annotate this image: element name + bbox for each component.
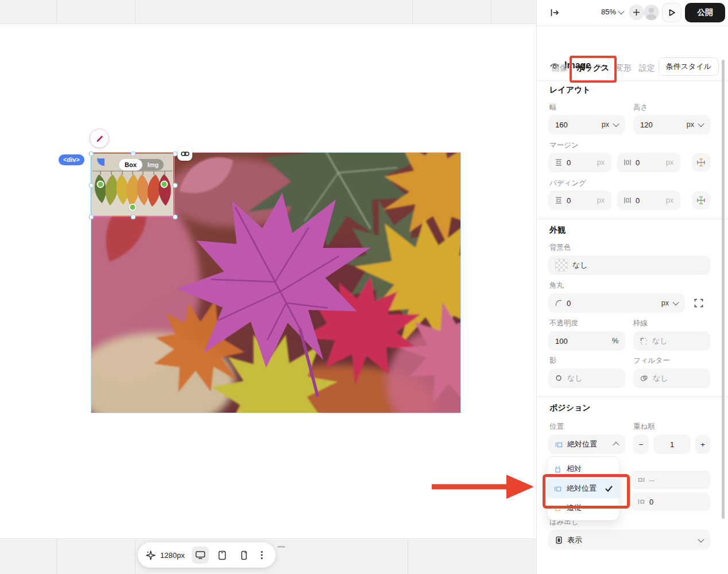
zindex-decrement-button[interactable]: − — [633, 435, 649, 454]
dropdown-item-absolute[interactable]: 絶対位置 — [548, 479, 619, 498]
chevron-down-icon — [618, 7, 624, 14]
zindex-value[interactable]: 1 — [653, 435, 691, 454]
layout-heading: レイアウト — [549, 85, 591, 95]
page-resize-handle[interactable] — [277, 546, 285, 548]
workspace-strip-top — [0, 0, 536, 24]
add-button[interactable] — [629, 5, 644, 20]
panel-topbar: 85% 公開 — [537, 0, 728, 26]
height-input[interactable]: 120 px — [633, 115, 710, 134]
border-style-icon — [640, 338, 648, 345]
radius-label: 角丸 — [549, 281, 564, 290]
margin-label: マージン — [549, 141, 579, 150]
radius-input[interactable]: 0 px — [548, 293, 685, 313]
absolute-position-icon — [554, 485, 562, 492]
radius-arc-icon — [555, 300, 562, 307]
resize-handle-s[interactable] — [131, 215, 136, 220]
radius-corners-button[interactable] — [692, 296, 706, 310]
edit-pencil-button[interactable] — [90, 129, 109, 148]
resize-handle-w[interactable] — [89, 183, 94, 188]
margin-horizontal-input[interactable]: 0 px — [617, 153, 680, 172]
position-select[interactable]: 絶対位置 — [548, 435, 625, 454]
padding-handle-right[interactable] — [161, 181, 168, 188]
user-silhouette-icon — [644, 5, 659, 20]
device-desktop-button[interactable] — [192, 546, 209, 564]
margin-vertical-icon — [555, 159, 562, 166]
resize-handle-nw[interactable] — [89, 152, 94, 157]
border-label: 枠線 — [633, 319, 648, 328]
width-input[interactable]: 160 px — [548, 115, 625, 134]
padding-vertical-icon — [555, 197, 562, 204]
annotation-arrow — [429, 473, 535, 501]
padding-handle-left[interactable] — [97, 181, 104, 188]
tab-box[interactable]: ボックス — [576, 63, 609, 73]
canvas-area[interactable]: Box Img <div> — [0, 0, 536, 574]
padding-horizontal-icon — [624, 197, 631, 204]
padding-label: パディング — [549, 179, 586, 188]
conditional-style-button[interactable]: 条件スタイル — [659, 57, 719, 76]
padding-horizontal-input[interactable]: 0 px — [617, 191, 680, 210]
fixed-position-icon — [554, 505, 562, 512]
padding-handle-bottom[interactable] — [129, 204, 137, 211]
sparkle-icon — [146, 550, 156, 560]
device-tablet-button[interactable] — [214, 546, 231, 564]
check-icon — [605, 486, 613, 492]
position-dropdown-menu: 相対 絶対位置 追従 — [547, 456, 619, 521]
zindex-increment-button[interactable]: + — [695, 435, 710, 454]
offset-left-input[interactable]: 0 — [631, 492, 710, 511]
resize-handle-e[interactable] — [173, 183, 178, 188]
chain-icon — [181, 150, 189, 157]
chevron-down-icon — [698, 121, 704, 127]
tablet-icon — [218, 550, 227, 560]
absolute-position-icon — [555, 441, 563, 448]
zoom-level-control[interactable]: 85% — [601, 7, 624, 16]
tab-image[interactable]: 画像 — [552, 63, 568, 73]
background-color-input[interactable]: なし — [548, 255, 710, 275]
transparency-swatch-icon — [555, 259, 568, 272]
preview-play-button[interactable] — [662, 3, 681, 22]
avatar[interactable] — [644, 5, 659, 20]
resize-handle-se[interactable] — [173, 215, 178, 220]
offset-right-icon — [638, 476, 645, 483]
border-input[interactable]: なし — [633, 331, 710, 351]
padding-link-button[interactable] — [692, 191, 710, 210]
margin-vertical-input[interactable]: 0 px — [548, 153, 611, 172]
publish-button[interactable]: 公開 — [685, 3, 725, 22]
overflow-select[interactable]: 表示 — [548, 530, 710, 550]
div-tag-label[interactable]: <div> — [59, 154, 84, 165]
tab-settings[interactable]: 設定 — [639, 63, 655, 73]
dropdown-item-fixed[interactable]: 追従 — [548, 498, 619, 518]
toggle-box-option[interactable]: Box — [119, 159, 142, 170]
viewport-width-value[interactable]: 1280px — [160, 551, 185, 560]
margin-link-button[interactable] — [692, 153, 710, 172]
mobile-icon — [240, 550, 248, 560]
chevron-up-icon — [613, 442, 619, 448]
resize-handle-n[interactable] — [131, 152, 136, 157]
width-label: 幅 — [549, 103, 557, 113]
relative-position-icon — [554, 466, 562, 473]
offset-right-input[interactable]: -- — [631, 471, 710, 489]
padding-vertical-input[interactable]: 0 px — [548, 191, 611, 210]
zoom-level-value: 85% — [601, 7, 616, 16]
resize-handle-sw[interactable] — [89, 215, 94, 220]
device-mobile-button[interactable] — [235, 546, 253, 564]
viewport-toolbar[interactable]: 1280px — [138, 542, 276, 568]
toggle-img-option[interactable]: Img — [142, 159, 164, 170]
plus-icon — [633, 9, 640, 16]
play-icon — [668, 9, 676, 17]
background-label: 背景色 — [549, 243, 571, 253]
opacity-input[interactable]: 100 % — [548, 331, 625, 351]
link-button[interactable] — [177, 147, 192, 161]
filter-input[interactable]: なし — [633, 369, 710, 388]
box-img-toggle[interactable]: Box Img — [119, 159, 164, 170]
selected-image-element[interactable]: Box Img — [91, 153, 175, 217]
position-label: 位置 — [549, 422, 564, 432]
appearance-heading: 外観 — [549, 225, 566, 235]
filter-icon — [640, 375, 648, 382]
more-options-icon[interactable] — [261, 550, 263, 560]
margin-horizontal-icon — [624, 159, 631, 166]
panel-scrollbar[interactable] — [722, 60, 725, 519]
shadow-input[interactable]: なし — [548, 369, 625, 388]
tab-transform[interactable]: 変形 — [615, 63, 632, 73]
collapse-panel-icon[interactable] — [549, 7, 560, 18]
dropdown-item-relative[interactable]: 相対 — [548, 459, 619, 479]
